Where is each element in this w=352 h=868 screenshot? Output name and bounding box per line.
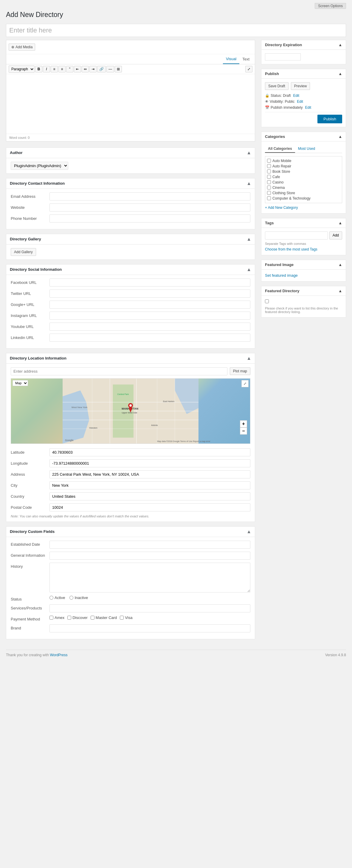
city-input[interactable] <box>50 482 251 489</box>
align-left-button[interactable]: ⇤ <box>74 66 81 72</box>
map-zoom-out-button[interactable]: − <box>240 428 247 435</box>
established-input[interactable] <box>50 540 251 549</box>
phone-input[interactable] <box>50 214 251 222</box>
twitter-input[interactable] <box>50 289 251 298</box>
fullscreen-button[interactable]: ⤢ <box>245 66 253 72</box>
category-checkbox-computer[interactable] <box>267 196 271 200</box>
history-textarea[interactable] <box>50 563 251 592</box>
mastercard-checkbox[interactable] <box>91 616 94 620</box>
link-button[interactable]: 🔗 <box>97 66 106 72</box>
tab-all-categories[interactable]: All Categories <box>265 145 295 153</box>
gallery-section-header[interactable]: Directory Gallery ▲ <box>6 234 255 245</box>
category-checkbox-casino[interactable] <box>267 180 271 184</box>
publish-button[interactable]: Publish <box>317 115 342 123</box>
ordered-list-button[interactable]: ≡ <box>58 66 65 72</box>
status-active-label[interactable]: Active <box>50 595 65 600</box>
expiration-input[interactable] <box>265 53 301 60</box>
unordered-list-button[interactable]: ≡ <box>51 66 58 72</box>
location-section-header[interactable]: Directory Location Information ▲ <box>6 353 255 364</box>
choose-tags-link[interactable]: Choose from the most used Tags <box>265 247 317 251</box>
brand-input[interactable] <box>50 624 251 632</box>
map-fullscreen-button[interactable]: ⤢ <box>241 380 248 387</box>
map-zoom-in-button[interactable]: + <box>240 420 247 428</box>
category-checkbox-cafe[interactable] <box>267 175 271 179</box>
bold-button[interactable]: B <box>35 66 42 72</box>
tab-text[interactable]: Text <box>239 54 253 64</box>
featured-directory-checkbox[interactable] <box>265 299 269 303</box>
services-input[interactable] <box>50 604 251 613</box>
author-select[interactable]: PluginAdmin (PluginAdmin) <box>11 162 68 170</box>
blockquote-button[interactable]: " <box>66 66 73 72</box>
expiration-box-header[interactable]: Directory Expiration ▲ <box>261 40 346 50</box>
custom-fields-section-title: Directory Custom Fields <box>10 529 55 534</box>
featured-image-box-header[interactable]: Featured Image ▲ <box>261 260 346 270</box>
latitude-input[interactable] <box>50 448 251 456</box>
tab-visual[interactable]: Visual <box>223 54 239 64</box>
status-active-radio[interactable] <box>50 596 53 600</box>
category-checkbox-auto-repair[interactable] <box>267 164 271 168</box>
website-input[interactable] <box>50 204 251 212</box>
amex-label[interactable]: Amex <box>50 615 64 620</box>
postal-input[interactable] <box>50 503 251 512</box>
email-input[interactable] <box>50 192 251 200</box>
category-checkbox-book-store[interactable] <box>267 169 271 173</box>
categories-box-header[interactable]: Categories ▲ <box>261 132 346 142</box>
map-container[interactable]: West New York MANHATTAN Upper West Side … <box>11 378 251 444</box>
more-button[interactable]: — <box>107 66 114 72</box>
save-draft-button[interactable]: Save Draft <box>265 82 289 90</box>
tab-most-used[interactable]: Most Used <box>295 145 318 153</box>
linkedin-input[interactable] <box>50 334 251 342</box>
add-media-button[interactable]: ⊕ Add Media <box>9 43 35 51</box>
post-title-input[interactable] <box>6 24 346 37</box>
visa-checkbox[interactable] <box>120 616 124 620</box>
author-toggle-icon: ▲ <box>246 150 251 155</box>
status-edit-link[interactable]: Edit <box>293 94 299 98</box>
mastercard-label[interactable]: Master Card <box>91 615 117 620</box>
publish-box-header[interactable]: Publish ▲ <box>261 69 346 79</box>
italic-button[interactable]: I <box>43 66 50 72</box>
preview-button[interactable]: Preview <box>291 82 310 90</box>
map-address-input[interactable] <box>11 367 227 375</box>
publish-time-edit-link[interactable]: Edit <box>305 105 311 110</box>
align-right-button[interactable]: ⇥ <box>89 66 96 72</box>
category-checkbox-auto-mobile[interactable] <box>267 159 271 163</box>
add-gallery-button[interactable]: Add Gallery <box>11 248 36 256</box>
category-checkbox-cinema[interactable] <box>267 186 271 189</box>
tags-box-header[interactable]: Tags ▲ <box>261 218 346 228</box>
kitchen-sink-button[interactable]: ⊞ <box>115 66 122 72</box>
wordpress-link[interactable]: WordPress <box>50 653 67 657</box>
address-input[interactable] <box>50 470 251 478</box>
set-featured-image-link[interactable]: Set featured image <box>265 273 298 278</box>
plot-map-button[interactable]: Plot map <box>230 367 251 375</box>
longitude-input[interactable] <box>50 459 251 467</box>
map-svg: West New York MANHATTAN Upper West Side … <box>11 379 250 443</box>
status-inactive-label[interactable]: Inactive <box>69 595 88 600</box>
featured-directory-box-header[interactable]: Featured Directory ▲ <box>261 286 346 296</box>
add-tag-button[interactable]: Add <box>329 231 342 240</box>
discover-checkbox[interactable] <box>67 616 71 620</box>
googleplus-input[interactable] <box>50 301 251 309</box>
facebook-input[interactable] <box>50 279 251 286</box>
amex-checkbox[interactable] <box>50 616 53 620</box>
general-info-input[interactable] <box>50 552 251 560</box>
add-new-category-link[interactable]: + Add New Category <box>265 206 342 210</box>
category-checkbox-clothing[interactable] <box>267 191 271 195</box>
tags-input[interactable] <box>265 231 328 240</box>
author-section: Author ▲ PluginAdmin (PluginAdmin) <box>6 148 255 174</box>
visibility-edit-link[interactable]: Edit <box>297 99 303 104</box>
custom-fields-section-header[interactable]: Directory Custom Fields ▲ <box>6 527 255 537</box>
visa-label[interactable]: Visa <box>120 615 132 620</box>
paragraph-format-select[interactable]: Paragraph <box>9 65 35 73</box>
instagram-input[interactable] <box>50 312 251 320</box>
map-type-select[interactable]: Map <box>12 380 28 386</box>
social-section-header[interactable]: Directory Social Information ▲ <box>6 265 255 275</box>
contact-section-header[interactable]: Directory Contact Information ▲ <box>6 179 255 189</box>
country-input[interactable] <box>50 492 251 500</box>
align-center-button[interactable]: ⇔ <box>82 66 89 72</box>
discover-label[interactable]: Discover <box>67 615 88 620</box>
screen-options-button[interactable]: Screen Options <box>315 3 346 9</box>
youtube-input[interactable] <box>50 322 251 331</box>
editor-content[interactable] <box>6 74 255 134</box>
status-inactive-radio[interactable] <box>69 596 73 600</box>
author-section-header[interactable]: Author ▲ <box>6 148 255 158</box>
